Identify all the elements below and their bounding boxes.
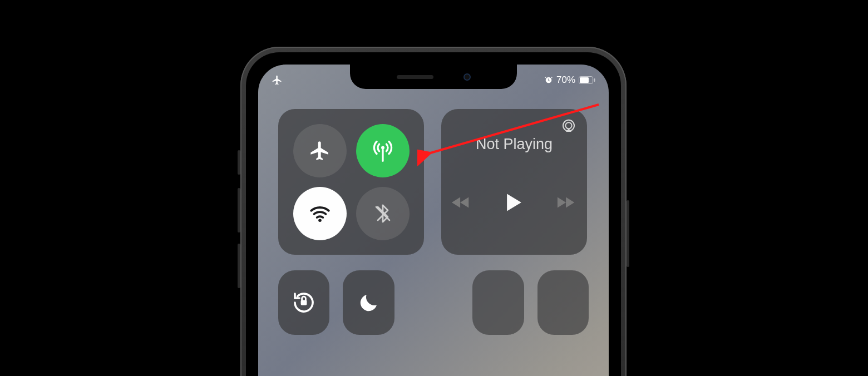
svg-rect-2 (594, 78, 595, 82)
brightness-slider[interactable] (472, 270, 524, 335)
svg-rect-8 (301, 300, 307, 305)
phone-frame: 70% (240, 47, 627, 376)
svg-rect-1 (580, 77, 589, 83)
moon-icon (357, 291, 381, 314)
airplane-status-icon (272, 75, 283, 86)
orientation-lock-icon (290, 289, 317, 316)
bluetooth-off-icon (373, 204, 393, 224)
svg-point-4 (318, 219, 322, 222)
forward-icon (556, 195, 578, 210)
media-tile[interactable]: Not Playing (441, 109, 587, 255)
bluetooth-toggle[interactable] (356, 187, 410, 240)
control-center: Not Playing (258, 65, 609, 376)
cellular-antenna-icon (371, 138, 395, 163)
volume-up-button (238, 188, 240, 232)
play-icon (505, 192, 523, 212)
cellular-toggle[interactable] (356, 124, 410, 177)
battery-icon (579, 76, 595, 84)
battery-percent-label: 70% (556, 75, 575, 86)
connectivity-tile[interactable] (278, 109, 424, 255)
power-button (627, 200, 629, 267)
notch (350, 65, 517, 89)
airplane-mode-toggle[interactable] (293, 124, 347, 177)
svg-point-3 (381, 146, 384, 149)
mute-switch (238, 150, 240, 175)
svg-point-7 (565, 122, 571, 128)
wifi-toggle[interactable] (293, 187, 347, 240)
alarm-icon (544, 76, 553, 85)
media-title: Not Playing (441, 136, 587, 153)
airplane-icon (309, 140, 331, 162)
wifi-icon (308, 202, 332, 225)
volume-slider[interactable] (537, 270, 589, 335)
rewind-icon (451, 195, 472, 210)
play-button[interactable] (505, 192, 523, 212)
screen: 70% (258, 65, 609, 376)
front-camera (463, 73, 471, 81)
speaker-grill (397, 75, 433, 79)
volume-down-button (238, 244, 240, 288)
do-not-disturb-tile[interactable] (343, 270, 394, 335)
previous-track-button[interactable] (451, 195, 472, 210)
orientation-lock-tile[interactable] (278, 270, 329, 335)
next-track-button[interactable] (556, 195, 578, 210)
airplay-icon[interactable] (560, 118, 577, 135)
